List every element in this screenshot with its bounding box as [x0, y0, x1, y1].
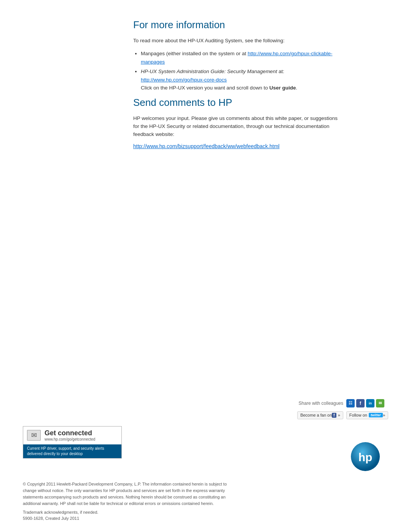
get-connected-box: ✉ Get connected www.hp.com/go/getconnect…	[23, 426, 122, 459]
admin-guide-note: Click on the HP-UX version you want and …	[141, 85, 297, 91]
send-comments-section: Send comments to HP HP welcomes your inp…	[133, 97, 339, 149]
get-connected-text: Get connected www.hp.com/go/getconnected	[45, 430, 95, 441]
share-icons: ☷ f in ✉	[346, 399, 384, 407]
core-docs-link[interactable]: http://www.hp.com/go/hpux-core-docs	[141, 77, 227, 83]
hp-logo: hp	[350, 441, 381, 472]
svg-text:hp: hp	[358, 451, 373, 463]
doc-number: 5900-1628, Created July 2011	[23, 516, 388, 521]
follow-arrow: »	[383, 413, 385, 417]
bottom-row: ✉ Get connected www.hp.com/go/getconnect…	[23, 426, 388, 472]
more-info-intro: To read more about the HP-UX Auditing Sy…	[133, 37, 339, 45]
send-comments-title: Send comments to HP	[133, 97, 339, 109]
send-comments-body: HP welcomes your input. Please give us c…	[133, 115, 339, 139]
become-fan-button[interactable]: Become a fan on f »	[297, 411, 343, 419]
follow-twitter-button[interactable]: Follow on twitter »	[346, 411, 388, 419]
copyright-text: © Copyright 2011 Hewlett-Packard Develop…	[23, 481, 236, 507]
hp-logo-container: hp	[122, 441, 381, 472]
share-bar: Share with colleagues ☷ f in ✉	[23, 399, 388, 407]
follow-on-text: Follow on	[349, 413, 367, 417]
footer: Share with colleagues ☷ f in ✉ Become a …	[0, 399, 411, 532]
more-info-title: For more information	[133, 19, 339, 31]
admin-guide-italic: HP-UX System Administration Guide: Secur…	[141, 69, 277, 74]
become-fan-arrow: »	[338, 413, 340, 417]
share-facebook-icon[interactable]: f	[356, 399, 365, 407]
envelope-icon: ✉	[27, 430, 41, 441]
social-buttons-row: Become a fan on f » Follow on twitter »	[23, 411, 388, 419]
share-linkedin-icon[interactable]: in	[366, 399, 374, 407]
trademark-text: Trademark acknowledgments, if needed.	[23, 510, 388, 514]
bullet-manpages: Manpages (either installed on the system…	[141, 50, 339, 66]
share-blue-icon[interactable]: ☷	[346, 399, 355, 407]
get-connected-url: www.hp.com/go/getconnected	[45, 437, 95, 441]
feedback-link[interactable]: http://www.hp.com/bizsupport/feedback/ww…	[133, 143, 279, 149]
share-label: Share with colleagues	[299, 401, 343, 406]
share-email-icon[interactable]: ✉	[376, 399, 384, 407]
facebook-icon: f	[332, 413, 336, 418]
become-fan-text: Become a fan on	[300, 413, 332, 417]
get-connected-description: Current HP driver, support, and security…	[23, 444, 121, 458]
copyright-section: © Copyright 2011 Hewlett-Packard Develop…	[23, 481, 388, 521]
get-connected-top: ✉ Get connected www.hp.com/go/getconnect…	[23, 427, 121, 444]
more-info-list: Manpages (either installed on the system…	[141, 50, 339, 92]
bullet-admin-guide: HP-UX System Administration Guide: Secur…	[141, 67, 339, 92]
more-info-section: For more information To read more about …	[133, 19, 339, 92]
bullet-manpages-text: Manpages (either installed on the system…	[141, 51, 248, 56]
twitter-logo: twitter	[369, 413, 383, 417]
admin-guide-at: at:	[277, 69, 284, 74]
get-connected-title: Get connected	[45, 430, 95, 437]
